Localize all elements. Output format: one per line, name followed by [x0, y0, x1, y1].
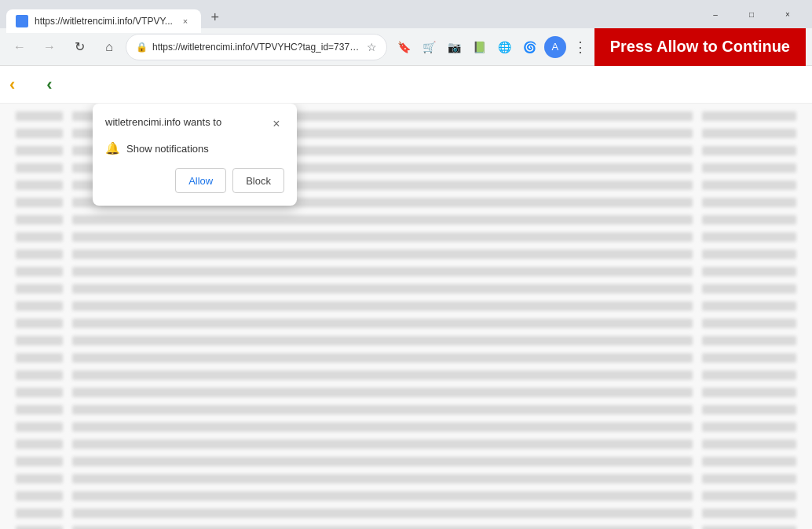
title-bar: https://witletrencimi.info/VTPVY... × + … — [0, 0, 812, 28]
back-button[interactable]: ← — [6, 34, 33, 60]
bell-icon: 🔔 — [105, 141, 120, 155]
ext-icon-4[interactable]: 📗 — [469, 36, 491, 58]
left-arrow-icon[interactable]: ‹ — [9, 75, 15, 95]
block-button[interactable]: Block — [232, 168, 284, 193]
popup-close-button[interactable]: × — [269, 116, 284, 132]
ext-icon-6[interactable]: 🌀 — [519, 36, 541, 58]
extensions-area: 🔖 🛒 📷 📗 🌐 🌀 A ⋮ — [393, 36, 591, 58]
address-text: https://witletrencimi.info/VTPVYHC?tag_i… — [152, 42, 362, 53]
popup-title: witletrencimi.info wants to — [105, 116, 269, 128]
tab-title: https://witletrencimi.info/VTPVY... — [35, 16, 173, 27]
new-tab-button[interactable]: + — [204, 6, 226, 28]
sub-toolbar: ‹ ‹ — [0, 66, 812, 104]
allow-button[interactable]: Allow — [175, 168, 226, 193]
ext-icon-1[interactable]: 🔖 — [393, 36, 415, 58]
more-options-button[interactable]: ⋮ — [569, 36, 591, 58]
popup-header: witletrencimi.info wants to × — [105, 116, 284, 132]
popup-notification-row: 🔔 Show notifications — [105, 141, 284, 155]
toolbar: ← → ↻ ⌂ 🔒 https://witletrencimi.info/VTP… — [0, 28, 812, 66]
maximize-button[interactable]: □ — [733, 2, 770, 26]
ext-icon-2[interactable]: 🛒 — [419, 36, 441, 58]
browser-frame: https://witletrencimi.info/VTPVY... × + … — [0, 0, 812, 529]
cta-text: Press Allow to Continue — [610, 38, 790, 56]
lock-icon: 🔒 — [136, 42, 148, 53]
right-arrow-icon[interactable]: ‹ — [46, 75, 52, 95]
user-account-button[interactable]: A — [544, 36, 566, 58]
tab-close-button[interactable]: × — [179, 15, 192, 27]
tab-bar: https://witletrencimi.info/VTPVY... × + — [6, 0, 691, 28]
close-button[interactable]: × — [770, 2, 806, 26]
ext-icon-5[interactable]: 🌐 — [494, 36, 516, 58]
cta-banner: Press Allow to Continue — [594, 28, 806, 66]
window-controls: – □ × — [697, 2, 806, 26]
active-tab[interactable]: https://witletrencimi.info/VTPVY... × — [6, 9, 201, 33]
bookmark-star-icon[interactable]: ☆ — [367, 41, 377, 53]
popup-actions: Allow Block — [105, 168, 284, 193]
reload-button[interactable]: ↻ — [66, 34, 93, 60]
address-bar[interactable]: 🔒 https://witletrencimi.info/VTPVYHC?tag… — [126, 34, 387, 60]
forward-button[interactable]: → — [36, 34, 63, 60]
ext-icon-3[interactable]: 📷 — [444, 36, 466, 58]
notification-popup: witletrencimi.info wants to × 🔔 Show not… — [93, 104, 297, 206]
tab-favicon — [16, 15, 28, 27]
minimize-button[interactable]: – — [697, 2, 733, 26]
content-area: witletrencimi.info wants to × 🔔 Show not… — [0, 104, 812, 529]
notification-description: Show notifications — [126, 143, 209, 155]
home-button[interactable]: ⌂ — [96, 34, 123, 60]
